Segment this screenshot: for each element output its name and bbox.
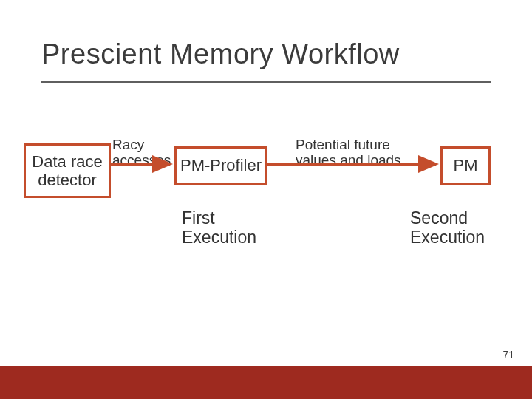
- arrow-label-potential-future: Potential future values and loads: [296, 137, 421, 168]
- arrow-label-racy-accesses: Racy accesses: [112, 137, 171, 168]
- page-title: Prescient Memory Workflow: [41, 38, 400, 70]
- label-second-execution: Second Execution: [410, 208, 499, 248]
- label-first-execution: First Execution: [182, 208, 270, 248]
- title-underline: [41, 81, 491, 83]
- page-number: 71: [502, 349, 514, 361]
- box-pm: PM: [440, 146, 491, 185]
- bottom-bar: [0, 366, 532, 399]
- box-data-race-detector: Data race detector: [24, 143, 111, 198]
- slide: Prescient Memory Workflow Data race dete…: [0, 0, 532, 399]
- box-pm-profiler: PM-Profiler: [174, 146, 267, 185]
